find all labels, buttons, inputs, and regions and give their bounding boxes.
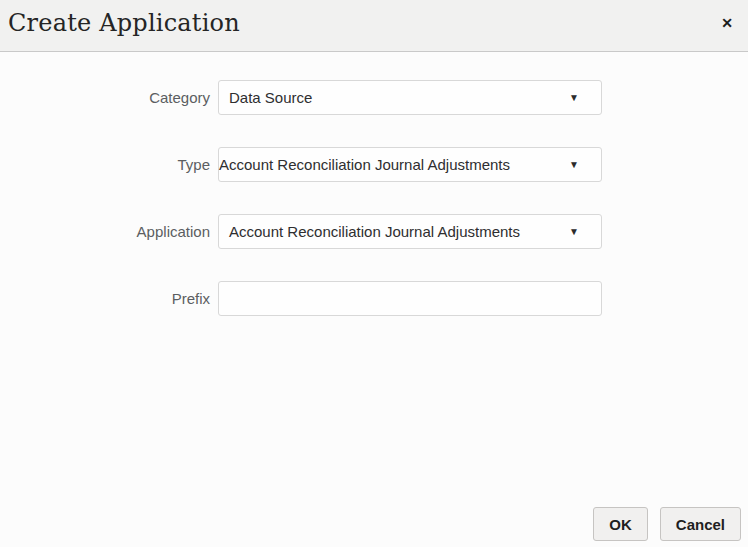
form-row-prefix: Prefix bbox=[0, 281, 748, 316]
dialog-footer: OK Cancel bbox=[593, 507, 741, 541]
dialog-title: Create Application bbox=[8, 9, 240, 37]
close-button[interactable]: ✕ bbox=[716, 12, 738, 34]
chevron-down-icon: ▼ bbox=[569, 160, 579, 170]
type-value: Account Reconciliation Journal Adjustmen… bbox=[218, 156, 569, 173]
type-label: Type bbox=[0, 156, 210, 173]
category-dropdown[interactable]: Data Source ▼ bbox=[218, 80, 602, 115]
dialog-form: Category Data Source ▼ Type Account Reco… bbox=[0, 52, 748, 316]
prefix-label: Prefix bbox=[0, 290, 210, 307]
dialog-header: Create Application ✕ bbox=[0, 0, 748, 52]
application-label: Application bbox=[0, 223, 210, 240]
category-value: Data Source bbox=[219, 89, 569, 106]
ok-button[interactable]: OK bbox=[593, 507, 648, 541]
close-icon: ✕ bbox=[721, 16, 733, 30]
create-application-dialog: Create Application ✕ Category Data Sourc… bbox=[0, 0, 748, 547]
form-row-application: Application Account Reconciliation Journ… bbox=[0, 214, 748, 249]
category-label: Category bbox=[0, 89, 210, 106]
application-value: Account Reconciliation Journal Adjustmen… bbox=[219, 223, 569, 240]
prefix-input[interactable] bbox=[218, 281, 602, 316]
form-row-type: Type Account Reconciliation Journal Adju… bbox=[0, 147, 748, 182]
form-row-category: Category Data Source ▼ bbox=[0, 80, 748, 115]
type-dropdown[interactable]: Account Reconciliation Journal Adjustmen… bbox=[218, 147, 602, 182]
application-dropdown[interactable]: Account Reconciliation Journal Adjustmen… bbox=[218, 214, 602, 249]
chevron-down-icon: ▼ bbox=[569, 227, 579, 237]
cancel-button[interactable]: Cancel bbox=[660, 507, 741, 541]
chevron-down-icon: ▼ bbox=[569, 93, 579, 103]
